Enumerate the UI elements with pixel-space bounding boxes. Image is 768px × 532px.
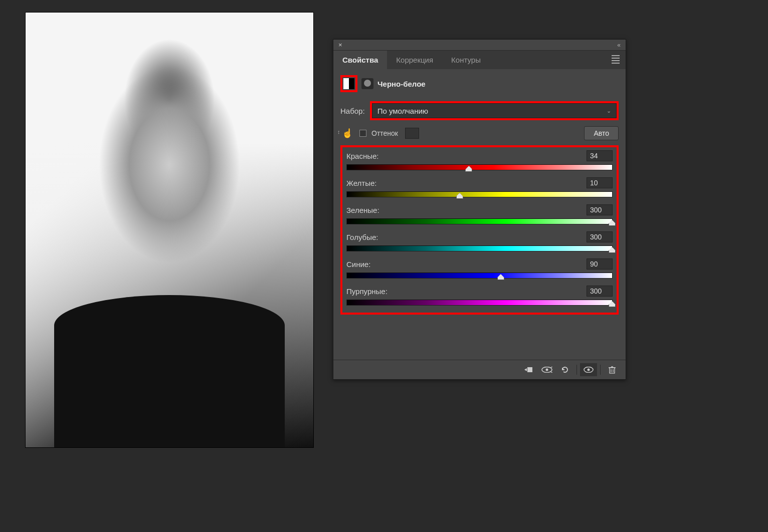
slider-green-value[interactable] bbox=[587, 204, 613, 215]
slider-cyan: Голубые: bbox=[346, 231, 613, 251]
slider-yellow-value[interactable] bbox=[587, 177, 613, 188]
panel-footer bbox=[333, 360, 626, 379]
adjustment-icon-highlight bbox=[340, 75, 357, 92]
view-previous-icon[interactable] bbox=[538, 363, 555, 376]
slider-blue-value[interactable] bbox=[587, 258, 613, 270]
toggle-visibility-icon[interactable] bbox=[580, 363, 597, 376]
hamburger-icon bbox=[612, 54, 620, 65]
slider-magenta-handle[interactable] bbox=[609, 301, 616, 307]
tab-paths[interactable]: Контуры bbox=[442, 51, 490, 69]
panel-header: × « bbox=[333, 40, 626, 51]
tint-color-swatch[interactable] bbox=[405, 128, 419, 139]
preset-value: По умолчанию bbox=[377, 107, 428, 115]
slider-magenta: Пурпурные: bbox=[346, 286, 613, 306]
slider-blue-label: Синие: bbox=[346, 260, 370, 269]
preset-highlight: По умолчанию ⌄ bbox=[370, 101, 619, 120]
slider-green-label: Зеленые: bbox=[346, 206, 379, 214]
preset-label: Набор: bbox=[340, 107, 365, 115]
tint-row: ☝ Оттенок Авто bbox=[340, 126, 619, 140]
layer-mask-icon[interactable] bbox=[361, 78, 373, 89]
slider-green: Зеленые: bbox=[346, 204, 613, 224]
slider-yellow: Желтые: bbox=[346, 177, 613, 197]
slider-cyan-value[interactable] bbox=[587, 231, 613, 242]
slider-yellow-track[interactable] bbox=[346, 191, 613, 197]
slider-blue-handle[interactable] bbox=[497, 274, 504, 280]
slider-red-track[interactable] bbox=[346, 164, 613, 170]
slider-blue-track[interactable] bbox=[346, 273, 613, 279]
black-white-icon[interactable] bbox=[343, 78, 354, 89]
tint-label: Оттенок bbox=[371, 129, 398, 137]
chevron-down-icon: ⌄ bbox=[607, 108, 611, 114]
targeted-adjustment-icon[interactable]: ☝ bbox=[340, 128, 354, 139]
slider-cyan-label: Голубые: bbox=[346, 233, 378, 241]
slider-magenta-label: Пурпурные: bbox=[346, 287, 388, 296]
slider-red-label: Красные: bbox=[346, 152, 379, 160]
canvas-image[interactable] bbox=[25, 12, 314, 448]
clip-to-layer-icon[interactable] bbox=[520, 363, 537, 376]
separator bbox=[600, 365, 601, 375]
slider-green-track[interactable] bbox=[346, 218, 613, 224]
slider-yellow-label: Желтые: bbox=[346, 179, 376, 187]
svg-rect-0 bbox=[527, 367, 532, 372]
panel-body: Черно-белое Набор: По умолчанию ⌄ ☝ Отте… bbox=[333, 69, 626, 320]
tabs-row: Свойства Коррекция Контуры bbox=[333, 51, 626, 69]
slider-red-handle[interactable] bbox=[465, 166, 472, 172]
svg-point-4 bbox=[588, 369, 590, 371]
tab-properties[interactable]: Свойства bbox=[333, 51, 387, 69]
adjustment-title: Черно-белое bbox=[377, 80, 426, 88]
slider-red: Красные: bbox=[346, 150, 613, 170]
separator bbox=[577, 365, 577, 375]
slider-magenta-value[interactable] bbox=[587, 286, 613, 297]
tint-checkbox[interactable] bbox=[359, 130, 366, 137]
slider-yellow-handle[interactable] bbox=[456, 193, 463, 199]
sliders-highlight: Красные: Желтые: Зеленые: bbox=[340, 145, 619, 315]
slider-red-value[interactable] bbox=[587, 150, 613, 161]
properties-panel: × « Свойства Коррекция Контуры Черно-бел… bbox=[333, 39, 626, 380]
slider-magenta-track[interactable] bbox=[346, 300, 613, 306]
slider-green-handle[interactable] bbox=[609, 220, 616, 226]
slider-blue: Синие: bbox=[346, 258, 613, 279]
slider-cyan-handle[interactable] bbox=[609, 247, 616, 253]
panel-menu-button[interactable] bbox=[606, 54, 626, 67]
auto-button[interactable]: Авто bbox=[584, 126, 619, 140]
svg-point-2 bbox=[546, 369, 548, 371]
reset-icon[interactable] bbox=[556, 363, 573, 376]
preset-select[interactable]: По умолчанию ⌄ bbox=[372, 103, 617, 118]
preset-row: Набор: По умолчанию ⌄ bbox=[340, 101, 619, 120]
close-icon[interactable]: × bbox=[336, 41, 344, 49]
slider-cyan-track[interactable] bbox=[346, 245, 613, 251]
delete-icon[interactable] bbox=[604, 363, 621, 376]
collapse-icon[interactable]: « bbox=[615, 42, 623, 49]
svg-rect-5 bbox=[610, 368, 615, 373]
adjustment-title-row: Черно-белое bbox=[340, 75, 619, 92]
tab-adjustments[interactable]: Коррекция bbox=[387, 51, 442, 69]
